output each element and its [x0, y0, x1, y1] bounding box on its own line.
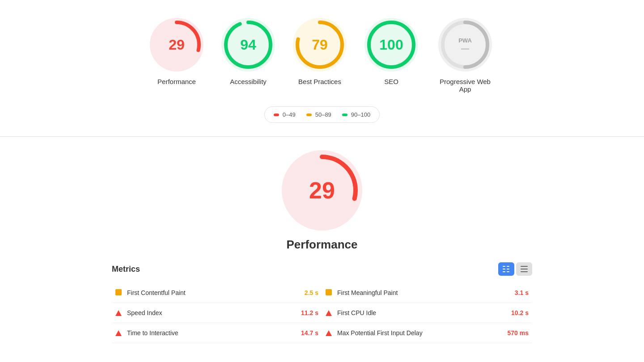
legend-item-red: 0–49: [274, 111, 296, 118]
legend: 0–49 50–89 90–100: [264, 106, 380, 123]
metric-value-mpfid: 570 ms: [508, 329, 529, 337]
list-icon: [521, 266, 528, 272]
svg-rect-20: [521, 271, 528, 272]
score-value-performance: 29: [169, 37, 185, 53]
large-score-value: 29: [309, 177, 335, 204]
score-item-best-practices[interactable]: 79 Best Practices: [293, 18, 347, 85]
metrics-left-column: First Contentful Paint 2.5 s Speed Index…: [112, 283, 322, 343]
metric-icon-triangle-mpfid: [326, 330, 332, 336]
metric-name-tti: Time to Interactive: [127, 329, 297, 337]
scores-row: 29 Performance 94 Accessibility: [150, 18, 494, 93]
score-label-performance: Performance: [157, 78, 196, 85]
metric-name-mpfid: Max Potential First Input Delay: [337, 329, 503, 337]
grid-icon: [503, 266, 510, 272]
detail-section: 29 Performance Metrics: [0, 137, 644, 357]
metric-name-fci: First CPU Idle: [337, 309, 507, 316]
svg-rect-18: [521, 266, 528, 267]
legend-dot-orange: [306, 114, 312, 116]
metrics-header: Metrics: [112, 262, 532, 276]
metrics-right-column: First Meaningful Paint 3.1 s First CPU I…: [322, 283, 532, 343]
svg-rect-19: [521, 269, 528, 269]
legend-item-green: 90–100: [342, 111, 370, 118]
metric-icon-square-fmp: [326, 289, 332, 295]
metric-icon-square-fcp: [115, 289, 122, 295]
metric-value-si: 11.2 s: [301, 309, 318, 316]
score-value-accessibility: 94: [240, 37, 256, 53]
svg-rect-14: [503, 271, 505, 272]
metric-icon-triangle-fci: [326, 310, 332, 316]
metric-row-fcp: First Contentful Paint 2.5 s: [112, 283, 322, 303]
scores-section: 29 Performance 94 Accessibility: [0, 0, 644, 137]
toggle-grid-button[interactable]: [498, 262, 514, 276]
metric-name-fcp: First Contentful Paint: [127, 289, 300, 296]
large-gauge: 29: [282, 150, 362, 231]
metric-name-fmp: First Meaningful Paint: [337, 289, 510, 296]
svg-rect-13: [503, 269, 505, 269]
svg-rect-16: [507, 269, 509, 269]
metric-row-fci: First CPU Idle 10.2 s: [322, 303, 532, 323]
score-circle-performance: 29: [150, 18, 203, 72]
metrics-section: Metrics: [112, 262, 532, 343]
legend-dot-red: [274, 114, 279, 116]
view-toggle: [498, 262, 532, 276]
metric-value-fcp: 2.5 s: [305, 289, 318, 296]
metric-icon-triangle-si: [115, 310, 122, 316]
metric-value-tti: 14.7 s: [301, 329, 318, 337]
metric-value-fci: 10.2 s: [511, 309, 529, 316]
detail-title: Performance: [287, 238, 358, 252]
metrics-grid: First Contentful Paint 2.5 s Speed Index…: [112, 283, 532, 343]
svg-rect-17: [507, 271, 509, 272]
svg-rect-12: [503, 266, 505, 267]
metrics-title: Metrics: [112, 265, 140, 274]
legend-label-green: 90–100: [351, 111, 370, 118]
toggle-list-button[interactable]: [516, 262, 532, 276]
score-item-pwa[interactable]: PWA — Progressive Web App: [436, 18, 494, 93]
score-label-seo: SEO: [384, 78, 398, 85]
metric-row-si: Speed Index 11.2 s: [112, 303, 322, 323]
metric-row-mpfid: Max Potential First Input Delay 570 ms: [322, 323, 532, 343]
score-circle-pwa: PWA —: [438, 18, 492, 72]
metric-value-fmp: 3.1 s: [515, 289, 529, 296]
score-label-accessibility: Accessibility: [230, 78, 267, 85]
score-label-pwa: Progressive Web App: [436, 78, 494, 93]
score-item-seo[interactable]: 100 SEO: [364, 18, 418, 85]
score-value-seo: 100: [379, 37, 403, 53]
metric-icon-triangle-tti: [115, 330, 122, 336]
metric-name-si: Speed Index: [127, 309, 297, 316]
legend-label-red: 0–49: [283, 111, 296, 118]
score-label-best-practices: Best Practices: [298, 78, 341, 85]
legend-item-orange: 50–89: [306, 111, 331, 118]
legend-label-orange: 50–89: [315, 111, 331, 118]
score-circle-seo: 100: [364, 18, 418, 72]
score-circle-best-practices: 79: [293, 18, 347, 72]
score-circle-accessibility: 94: [221, 18, 275, 72]
score-item-accessibility[interactable]: 94 Accessibility: [221, 18, 275, 85]
svg-rect-15: [507, 266, 509, 267]
legend-dot-green: [342, 114, 347, 116]
score-value-best-practices: 79: [312, 37, 328, 53]
score-item-performance[interactable]: 29 Performance: [150, 18, 203, 85]
metric-row-tti: Time to Interactive 14.7 s: [112, 323, 322, 343]
metric-row-fmp: First Meaningful Paint 3.1 s: [322, 283, 532, 303]
